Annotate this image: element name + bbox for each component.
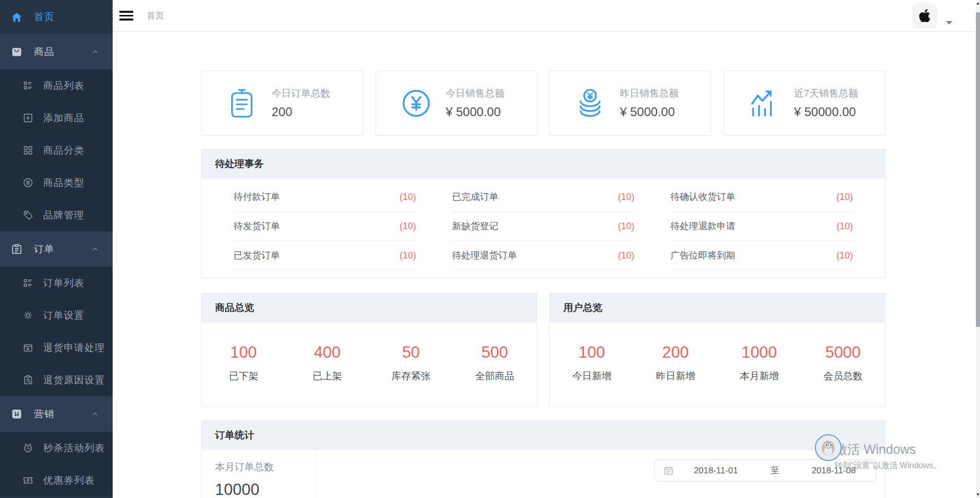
todo-item-label: 已完成订单 — [452, 191, 498, 203]
todo-item[interactable]: 新缺货登记 (10) — [452, 212, 635, 241]
hamburger-menu-button[interactable] — [119, 9, 134, 23]
todo-item[interactable]: 待发货订单 (10) — [234, 212, 416, 241]
sidebar-item-label: 订单设置 — [43, 309, 84, 322]
stat-card: 昨日销售总额 ¥ 5000.00 — [549, 70, 711, 136]
stat-card-label: 今日订单总数 — [272, 87, 330, 100]
stat-card-label: 近7天销售总额 — [794, 87, 859, 100]
chevron-up-icon — [92, 49, 98, 54]
stat-card-value: ¥ 5000.00 — [446, 105, 505, 119]
caret-down-icon[interactable] — [946, 21, 952, 25]
todo-item[interactable]: 待确认收货订单 (10) — [670, 182, 853, 212]
todo-item-count: (10) — [400, 221, 416, 232]
box-arrow-icon — [22, 342, 33, 353]
sidebar-item-label: 订单列表 — [43, 276, 84, 290]
sidebar-item[interactable]: 商品分类 — [0, 134, 113, 167]
sidebar-item[interactable]: 退货原因设置 — [0, 364, 113, 396]
sidebar-item[interactable]: 订单列表 — [0, 267, 113, 299]
overview-stat: 1000 本月新增 — [718, 343, 801, 383]
panel-title: 商品总览 — [202, 293, 537, 322]
stat-card-value: 200 — [272, 105, 330, 119]
overview-stat: 200 昨日新增 — [634, 343, 718, 383]
sidebar-item-label: 优惠券列表 — [43, 474, 95, 487]
order-month-total: 本月订单总数 10000 — [202, 450, 316, 498]
overview-stat-value: 100 — [550, 343, 634, 362]
sidebar-item-label: 品牌管理 — [43, 209, 84, 222]
sidebar: 首页 商品 商品列表 — [0, 0, 113, 498]
stat-card: 今日订单总数 200 — [201, 70, 363, 136]
todo-item-label: 待处理退货订单 — [452, 249, 517, 262]
product-overview-panel: 商品总览 100 已下架 400 已上架 — [201, 293, 537, 407]
todo-item[interactable]: 广告位即将到期 (10) — [670, 241, 853, 270]
sidebar-item[interactable]: 订单设置 — [0, 299, 113, 331]
grid-icon — [22, 145, 33, 156]
overview-stat: 5000 会员总数 — [801, 343, 885, 383]
order-stats-panel: 订单统计 本月订单总数 10000 2018-11-01 — [201, 420, 885, 498]
sidebar-item[interactable]: 商品 — [0, 34, 113, 69]
todo-item[interactable]: 待处理退货订单 (10) — [452, 241, 635, 270]
todo-item-label: 待付款订单 — [234, 191, 280, 203]
overview-stat: 100 已下架 — [202, 343, 286, 383]
sidebar-item[interactable]: 优惠券列表 — [0, 464, 113, 496]
calendar-icon — [664, 466, 673, 475]
scrollbar[interactable] — [976, 0, 980, 498]
bookmark-icon — [10, 408, 23, 420]
todo-item[interactable]: 待处理退款申请 (10) — [670, 212, 853, 241]
main-content: 今日订单总数 200 今日销售总额 ¥ 5000.00 — [113, 32, 976, 498]
date-separator: 至 — [758, 465, 791, 476]
todo-item-count: (10) — [836, 221, 853, 232]
sidebar-item[interactable]: 品牌管理 — [0, 199, 113, 231]
overview-stat-value: 5000 — [801, 343, 885, 362]
todo-item-label: 新缺货登记 — [452, 220, 498, 232]
todo-item[interactable]: 已发货订单 (10) — [234, 241, 416, 270]
sidebar-item[interactable]: 订单 — [0, 231, 113, 267]
sidebar-item[interactable]: 商品类型 — [0, 167, 113, 199]
bag-icon — [10, 46, 23, 58]
scroll-down-arrow[interactable] — [976, 493, 979, 496]
overview-stat-label: 会员总数 — [801, 370, 885, 383]
overview-stat-value: 1000 — [718, 343, 801, 362]
qq-penguin-icon — [818, 438, 838, 457]
sidebar-item-label: 商品 — [34, 45, 55, 59]
todo-list: 待付款订单 (10) 已完成订单 (10) 待确认收货订单 (10) — [202, 178, 885, 278]
overview-stat-value: 50 — [369, 343, 453, 362]
clipboard-gear-icon — [22, 375, 33, 385]
overview-stat-value: 100 — [202, 343, 286, 362]
sidebar-item-label: 退货申请处理 — [43, 341, 105, 355]
todo-item-count: (10) — [618, 221, 634, 232]
overview-row: 商品总览 100 已下架 400 已上架 — [201, 293, 885, 407]
square-plus-icon — [22, 113, 33, 123]
avatar[interactable] — [912, 3, 937, 28]
admin-dashboard: 首页 商品 商品列表 — [0, 0, 980, 498]
trend-icon — [748, 87, 781, 120]
date-end[interactable]: 2018-11-08 — [791, 466, 876, 476]
panel-title: 用户总览 — [550, 293, 885, 322]
todo-item[interactable]: 已完成订单 (10) — [452, 182, 635, 212]
overview-stat: 50 库存紧张 — [369, 343, 453, 383]
alarm-icon — [22, 442, 33, 453]
list-icon — [22, 80, 33, 91]
sidebar-item[interactable]: 商品列表 — [0, 69, 113, 102]
sidebar-item[interactable]: 首页 — [0, 0, 113, 34]
sidebar-item-label: 秒杀活动列表 — [43, 441, 105, 455]
clipboard-stat-icon — [225, 87, 258, 120]
sidebar-item[interactable]: 营销 — [0, 396, 113, 432]
sidebar-item-label: 首页 — [34, 10, 55, 24]
ticket-icon — [22, 475, 33, 486]
date-start[interactable]: 2018-11-01 — [673, 466, 758, 476]
overview-stat: 100 今日新增 — [550, 343, 634, 383]
overview-stat-value: 500 — [453, 343, 537, 362]
sidebar-item[interactable]: 退货申请处理 — [0, 331, 113, 364]
overview-stat-label: 昨日新增 — [634, 370, 718, 383]
qq-contact-button[interactable] — [815, 434, 842, 461]
sidebar-item[interactable]: 秒杀活动列表 — [0, 432, 113, 464]
sidebar-item[interactable]: 添加商品 — [0, 102, 113, 134]
tag-icon — [22, 210, 33, 220]
order-metric-label: 本月订单总数 — [215, 460, 316, 474]
clipboard-icon — [10, 243, 23, 255]
todo-item[interactable]: 待付款订单 (10) — [234, 182, 416, 212]
todo-item-label: 待处理退款申请 — [670, 220, 735, 232]
scroll-up-arrow[interactable] — [976, 2, 979, 5]
date-range-picker[interactable]: 2018-11-01 至 2018-11-08 — [654, 459, 877, 482]
overview-stat-label: 已上架 — [286, 370, 369, 383]
scrollbar-thumb[interactable] — [976, 12, 980, 327]
